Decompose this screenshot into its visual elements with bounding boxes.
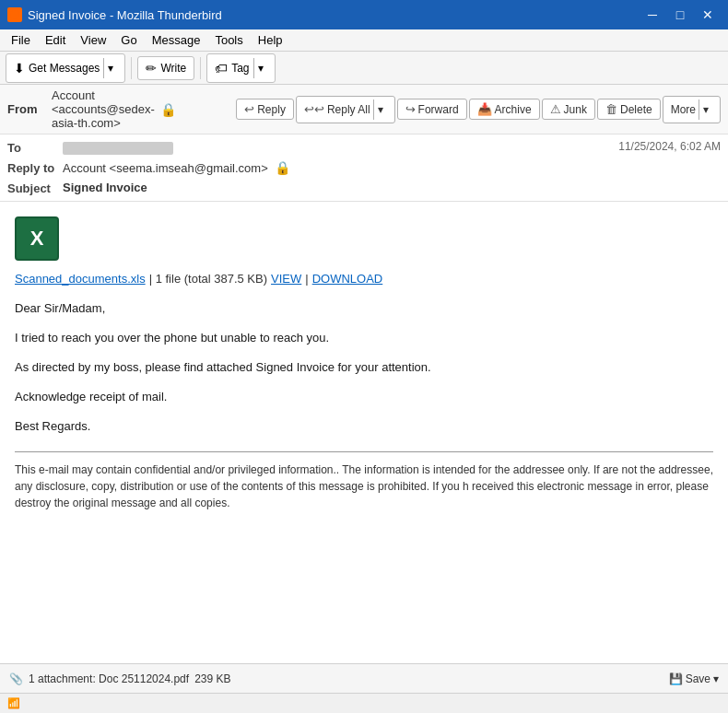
archive-icon: 📥	[477, 102, 492, 116]
more-button[interactable]: More ▾	[663, 96, 721, 123]
excel-file-icon: X	[15, 216, 59, 261]
paperclip-icon: 📎	[9, 672, 23, 685]
save-dropdown-icon[interactable]: ▾	[713, 672, 719, 685]
subject-row: Subject Signed Invoice	[7, 179, 721, 199]
reply-icon: ↩	[244, 102, 254, 116]
window-controls: ─ □ ✕	[640, 2, 721, 28]
reply-all-dropdown[interactable]: ▾	[373, 99, 387, 120]
menu-help[interactable]: Help	[251, 31, 290, 49]
tag-icon: 🏷	[215, 61, 228, 76]
body-line-3: Acknowledge receipt of mail.	[15, 387, 713, 407]
toolbar-divider-1	[131, 57, 132, 79]
email-body: X Scanned_documents.xls | 1 file (total …	[0, 202, 728, 526]
greeting-line: Dear Sir/Madam,	[15, 298, 713, 319]
attachment-line: Scanned_documents.xls | 1 file (total 38…	[15, 272, 713, 286]
menu-view[interactable]: View	[73, 31, 113, 49]
attachment-preview: X	[15, 216, 713, 261]
close-button[interactable]: ✕	[695, 2, 721, 28]
content-area: From Account <accounts@sedex-asia-th.com…	[0, 85, 728, 713]
to-label: To	[7, 140, 63, 155]
archive-button[interactable]: 📥 Archive	[469, 99, 540, 120]
signal-icon: 📶	[7, 697, 20, 709]
replyto-value: Account <seema.imseah@gmail.com> 🔒	[63, 160, 721, 175]
junk-button[interactable]: ⚠ Junk	[542, 99, 595, 120]
tag-dropdown[interactable]: ▾	[253, 58, 267, 78]
email-body-container[interactable]: SHJ X Scanned_documents.xls | 1 file (to…	[0, 202, 728, 663]
maximize-button[interactable]: □	[667, 2, 693, 28]
disclaimer-text: This e-mail may contain confidential and…	[15, 462, 713, 511]
minimize-button[interactable]: ─	[640, 2, 665, 28]
replyto-security-icon[interactable]: 🔒	[275, 160, 290, 175]
download-icon: ⬇	[14, 61, 25, 76]
attachment-meta: | 1 file (total 387.5 KB)	[149, 272, 267, 286]
attachment-filename-link[interactable]: Scanned_documents.xls	[15, 272, 146, 286]
save-button[interactable]: 💾 Save ▾	[669, 672, 719, 685]
subject-value: Signed Invoice	[63, 181, 721, 194]
reply-all-button[interactable]: ↩↩ Reply All ▾	[296, 96, 395, 123]
replyto-row: Reply to Account <seema.imseah@gmail.com…	[7, 158, 721, 179]
body-line-2: As directed by my boss, please find atta…	[15, 357, 713, 378]
to-row: To 11/25/2024, 6:02 AM	[7, 138, 721, 158]
download-attachment-link[interactable]: DOWNLOAD	[312, 272, 383, 286]
menu-tools[interactable]: Tools	[207, 31, 250, 49]
email-timestamp: 11/25/2024, 6:02 AM	[618, 140, 721, 153]
body-line-1: I tried to reach you over the phone but …	[15, 328, 713, 348]
delete-icon: 🗑	[605, 102, 617, 116]
delete-button[interactable]: 🗑 Delete	[597, 99, 661, 120]
forward-icon: ↪	[405, 102, 416, 116]
view-attachment-link[interactable]: VIEW	[271, 272, 301, 286]
reply-all-icon: ↩↩	[304, 102, 324, 116]
titlebar: Signed Invoice - Mozilla Thunderbird ─ □…	[0, 0, 728, 29]
get-messages-dropdown[interactable]: ▾	[103, 58, 117, 78]
more-dropdown-icon[interactable]: ▾	[699, 99, 712, 120]
save-icon: 💾	[669, 672, 683, 685]
security-icon[interactable]: 🔒	[160, 102, 176, 117]
toolbar-divider-2	[200, 57, 201, 79]
from-label: From	[7, 102, 44, 116]
replyto-label: Reply to	[7, 160, 63, 175]
menubar: File Edit View Go Message Tools Help	[0, 29, 728, 52]
subject-label: Subject	[7, 181, 63, 195]
statusbar: 📶	[0, 693, 728, 713]
attachment-separator: |	[305, 272, 308, 286]
action-bar: From Account <accounts@sedex-asia-th.com…	[0, 85, 728, 134]
menu-edit[interactable]: Edit	[38, 31, 73, 49]
app-icon	[7, 7, 22, 22]
email-header: From Account <accounts@sedex-asia-th.com…	[0, 85, 728, 202]
forward-button[interactable]: ↪ Forward	[397, 99, 467, 120]
reply-button[interactable]: ↩ Reply	[236, 99, 294, 120]
attachment-size-label: 239 KB	[194, 672, 230, 685]
window-title: Signed Invoice - Mozilla Thunderbird	[28, 8, 222, 22]
attachment-info: 📎 1 attachment: Doc 25112024.pdf 239 KB	[9, 672, 231, 685]
to-blurred	[63, 142, 173, 155]
get-messages-button[interactable]: ⬇ Get Messages ▾	[6, 53, 125, 83]
header-fields: To 11/25/2024, 6:02 AM Reply to Account …	[0, 134, 728, 201]
bottom-attachment-bar: 📎 1 attachment: Doc 25112024.pdf 239 KB …	[0, 663, 728, 693]
main-toolbar: ⬇ Get Messages ▾ ✏ Write 🏷 Tag ▾	[0, 52, 728, 85]
pencil-icon: ✏	[146, 61, 157, 76]
tag-button[interactable]: 🏷 Tag ▾	[206, 53, 275, 83]
from-address: Account <accounts@sedex-asia-th.com>	[52, 88, 155, 130]
menu-file[interactable]: File	[4, 31, 38, 49]
attachment-count-label: 1 attachment: Doc 25112024.pdf	[29, 672, 189, 685]
email-body-text: Dear Sir/Madam, I tried to reach you ove…	[15, 298, 713, 437]
svg-point-0	[10, 10, 19, 19]
write-button[interactable]: ✏ Write	[137, 56, 194, 80]
menu-go[interactable]: Go	[113, 31, 144, 49]
body-divider	[15, 451, 713, 452]
body-line-4: Best Regards.	[15, 416, 713, 437]
menu-message[interactable]: Message	[145, 31, 208, 49]
to-value	[63, 140, 618, 155]
junk-icon: ⚠	[550, 102, 561, 116]
